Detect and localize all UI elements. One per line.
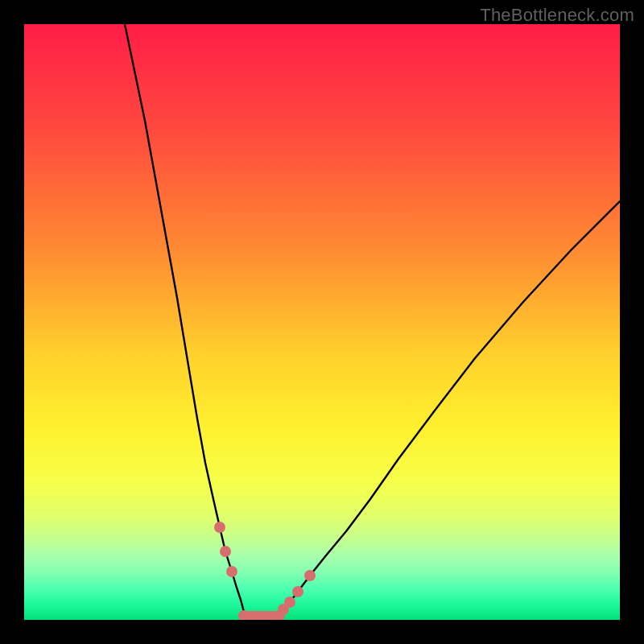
watermark-text: TheBottleneck.com bbox=[480, 5, 634, 26]
chart-frame bbox=[24, 24, 620, 620]
curve-svg bbox=[24, 24, 620, 620]
curve-markers bbox=[214, 522, 316, 620]
marker-left-1 bbox=[220, 546, 231, 557]
marker-right-0 bbox=[292, 586, 303, 597]
marker-left-2 bbox=[226, 566, 237, 577]
marker-left-0 bbox=[214, 522, 225, 533]
marker-right-3 bbox=[304, 570, 316, 581]
curve-right-branch bbox=[279, 201, 620, 614]
curve-left-branch bbox=[125, 24, 244, 612]
marker-right-2 bbox=[284, 597, 295, 608]
